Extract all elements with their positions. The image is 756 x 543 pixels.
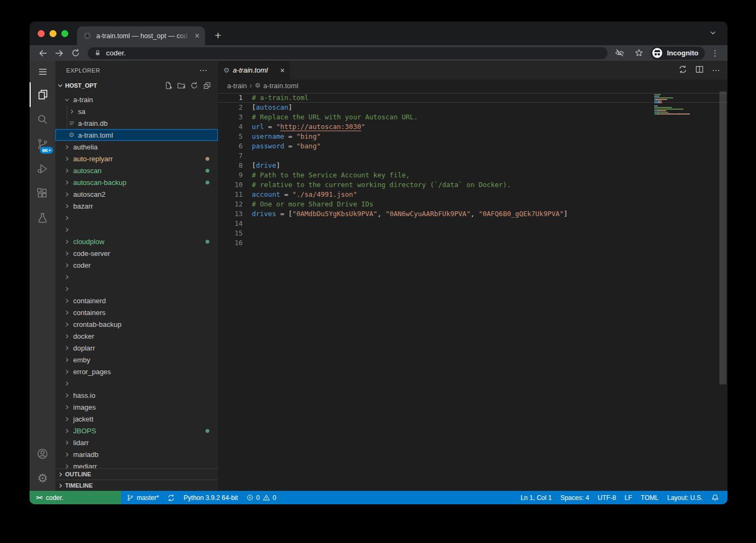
cursor-position-status[interactable]: Ln 1, Col 1 — [516, 494, 556, 502]
tree-item-coder[interactable]: coder — [55, 259, 218, 271]
tree-item[interactable] — [55, 283, 218, 295]
git-branch-status[interactable]: master* — [122, 494, 163, 502]
forward-button[interactable] — [51, 48, 67, 59]
tree-item-containerd[interactable]: containerd — [55, 295, 218, 306]
activity-source-control-icon[interactable]: 9K+ — [30, 132, 55, 156]
tab-close-icon[interactable]: × — [195, 32, 200, 40]
tree-item-a-train[interactable]: a-train — [55, 94, 218, 105]
tree-item-error_pages[interactable]: error_pages — [55, 366, 218, 377]
tree-item-cloudplow[interactable]: cloudplow — [55, 235, 218, 247]
code-line-15[interactable]: 15 — [218, 228, 727, 238]
tree-item-doplarr[interactable]: doplarr — [55, 342, 218, 354]
tree-item-sa[interactable]: sa — [55, 105, 218, 117]
breadcrumb-item[interactable]: a-train.toml — [263, 82, 298, 90]
code-line-11[interactable]: 11account = "./sa/4991.json" — [218, 190, 727, 199]
explorer-more-actions-icon[interactable]: ⋯ — [199, 66, 207, 75]
browser-tab[interactable]: a-train.toml — host_opt — cod × — [77, 26, 205, 45]
tree-item-mariadb[interactable]: mariadb — [55, 448, 218, 460]
workspace-section-header[interactable]: HOST_OPT — [55, 80, 218, 91]
tree-item-a-train.db[interactable]: a-train.db — [55, 117, 218, 129]
editor-tab[interactable]: ⚙ a-train.toml × — [218, 61, 290, 80]
code-line-16[interactable]: 16 — [218, 238, 727, 248]
encoding-status[interactable]: UTF-8 — [594, 494, 620, 502]
tree-item-mediarr[interactable]: mediarr — [55, 460, 218, 468]
tree-item-bazarr[interactable]: bazarr — [55, 200, 218, 212]
code-line-13[interactable]: 13drives = ["0AMdbDu5YgKbsUk9PVA", "0AN6… — [218, 209, 727, 219]
editor-scrollbar[interactable] — [719, 91, 726, 384]
refresh-icon[interactable] — [190, 81, 199, 90]
tree-item-emby[interactable]: emby — [55, 354, 218, 366]
code-editor[interactable]: 1# a-train.toml2[autoscan]3# Replace the… — [218, 91, 727, 491]
language-mode-status[interactable]: TOML — [637, 494, 663, 502]
back-button[interactable] — [35, 48, 51, 59]
activity-search-icon[interactable] — [30, 107, 55, 132]
tree-item-containers[interactable]: containers — [55, 306, 218, 318]
tree-item-lidarr[interactable]: lidarr — [55, 437, 218, 448]
collapse-all-icon[interactable] — [203, 81, 211, 90]
tree-item-crontab-backup[interactable]: crontab-backup — [55, 318, 218, 330]
close-window-button[interactable] — [38, 30, 45, 37]
tab-search-chevron-icon[interactable] — [709, 29, 717, 37]
activity-testing-icon[interactable] — [30, 206, 55, 231]
code-line-12[interactable]: 12# One or more Shared Drive IDs — [218, 199, 727, 209]
code-line-5[interactable]: 5username = "bing" — [218, 132, 727, 141]
notifications-bell-icon[interactable] — [707, 494, 723, 502]
minimize-window-button[interactable] — [50, 30, 56, 37]
python-interpreter-status[interactable]: Python 3.9.2 64-bit — [179, 494, 242, 502]
code-line-7[interactable]: 7 — [218, 151, 727, 161]
tree-item[interactable] — [55, 224, 218, 235]
reload-button[interactable] — [67, 48, 83, 58]
tree-item-code-server[interactable]: code-server — [55, 247, 218, 259]
tree-item-a-train.toml[interactable]: ⚙a-train.toml — [55, 129, 218, 141]
tree-item-JBOPS[interactable]: JBOPS — [55, 425, 218, 437]
tree-item-auto-replyarr[interactable]: auto-replyarr — [55, 153, 218, 165]
tree-item-autoscan-backup[interactable]: autoscan-backup — [55, 176, 218, 188]
bookmark-star-icon[interactable] — [631, 48, 647, 58]
code-line-10[interactable]: 10# relative to the current working dire… — [218, 180, 727, 190]
split-editor-icon[interactable] — [695, 65, 704, 76]
keyboard-layout-status[interactable]: Layout: U.S. — [663, 494, 707, 502]
tree-item[interactable] — [55, 377, 218, 389]
tree-item-hass.io[interactable]: hass.io — [55, 389, 218, 401]
tree-item-autoscan[interactable]: autoscan — [55, 165, 218, 176]
code-line-6[interactable]: 6password = "bang" — [218, 141, 727, 151]
new-file-icon[interactable] — [164, 81, 173, 90]
problems-status[interactable]: 0 0 — [242, 494, 280, 502]
account-icon[interactable] — [30, 441, 55, 466]
code-line-9[interactable]: 9# Path to the Service Account key file, — [218, 170, 727, 180]
tree-item-docker[interactable]: docker — [55, 330, 218, 342]
tree-item[interactable] — [55, 212, 218, 224]
activity-extensions-icon[interactable] — [30, 181, 55, 206]
code-line-2[interactable]: 2[autoscan] — [218, 103, 727, 112]
minimap[interactable] — [654, 94, 697, 120]
new-folder-icon[interactable] — [177, 81, 186, 90]
activity-explorer-icon[interactable] — [30, 82, 55, 107]
menu-hamburger-icon[interactable] — [30, 61, 55, 82]
eye-blocked-icon[interactable] — [612, 48, 628, 58]
sync-status[interactable] — [163, 494, 179, 502]
tree-item[interactable] — [55, 271, 218, 283]
indentation-status[interactable]: Spaces: 4 — [556, 494, 593, 502]
editor-tab-close-icon[interactable]: × — [280, 67, 285, 74]
tree-item-images[interactable]: images — [55, 401, 218, 413]
code-line-4[interactable]: 4url = "http://autoscan:3030" — [218, 122, 727, 132]
code-line-1[interactable]: 1# a-train.toml — [218, 93, 727, 103]
eol-status[interactable]: LF — [620, 494, 637, 502]
remote-indicator[interactable]: >< coder. — [30, 491, 121, 504]
address-bar[interactable]: coder. — [88, 47, 607, 59]
activity-run-debug-icon[interactable] — [30, 156, 55, 181]
code-line-3[interactable]: 3# Replace the URL with your Autoscan UR… — [218, 112, 727, 122]
tree-item-authelia[interactable]: authelia — [55, 141, 218, 153]
timeline-section-header[interactable]: TIMELINE — [55, 480, 218, 491]
code-line-14[interactable]: 14 — [218, 219, 727, 228]
tree-item-jackett[interactable]: jackett — [55, 413, 218, 425]
outline-section-header[interactable]: OUTLINE — [55, 468, 218, 480]
breadcrumb-item[interactable]: a-train — [227, 82, 247, 90]
incognito-badge[interactable]: Incognito — [651, 47, 705, 60]
editor-more-actions-icon[interactable]: ⋯ — [712, 66, 720, 75]
tree-item-autoscan2[interactable]: autoscan2 — [55, 188, 218, 200]
settings-gear-icon[interactable]: ⚙ — [30, 466, 55, 491]
code-line-8[interactable]: 8[drive] — [218, 161, 727, 170]
maximize-window-button[interactable] — [61, 30, 68, 37]
browser-menu-icon[interactable]: ⋮ — [708, 48, 722, 58]
